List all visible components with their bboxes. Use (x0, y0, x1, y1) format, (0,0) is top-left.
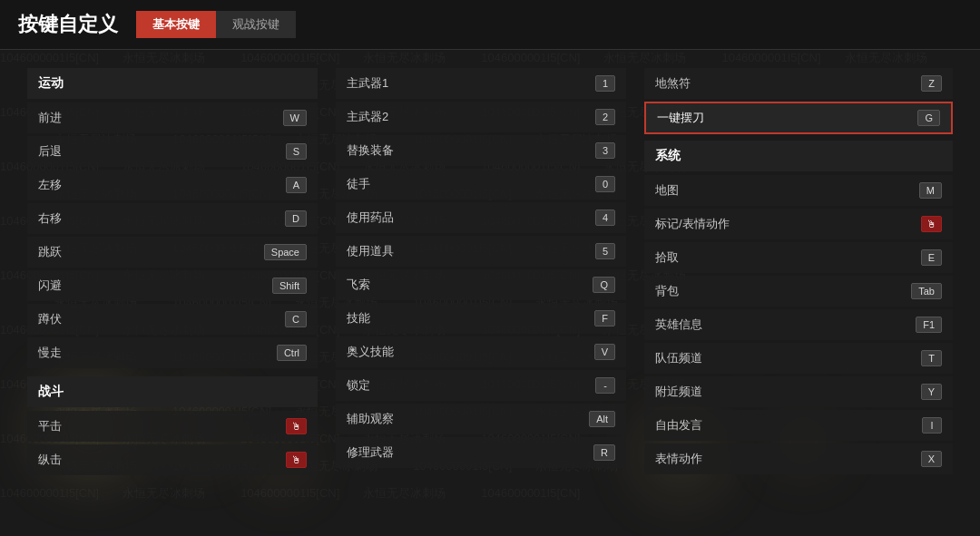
key-row-team-channel[interactable]: 队伍频道 T (644, 343, 953, 374)
section-header-system: 系统 (644, 141, 953, 171)
key-row-quick-knife[interactable]: 一键摆刀 G (644, 102, 953, 134)
key-row-map[interactable]: 地图 M (644, 175, 953, 206)
key-row-skill[interactable]: 技能 F (336, 303, 626, 334)
key-row-heavy-attack[interactable]: 纵击 🖱 (27, 444, 318, 475)
key-row-use-medicine[interactable]: 使用药品 4 (336, 202, 626, 233)
key-row-right[interactable]: 右移 D (27, 203, 318, 234)
key-row-grapple[interactable]: 飞索 Q (336, 269, 626, 300)
key-row-free-speech[interactable]: 自由发言 I (644, 410, 953, 441)
key-row-repair[interactable]: 修理武器 R (336, 437, 626, 468)
key-row-unarmed[interactable]: 徒手 0 (336, 169, 626, 200)
key-row-dodge[interactable]: 闪避 Shift (27, 270, 318, 301)
key-row-lock[interactable]: 锁定 - (336, 370, 626, 401)
key-row-talisman[interactable]: 地煞符 Z (644, 68, 953, 99)
key-row-hero-info[interactable]: 英雄信息 F1 (644, 309, 953, 340)
column-weapons: 主武器1 1 主武器2 2 替换装备 3 徒手 0 使用药品 4 使用道具 5 … (336, 68, 626, 521)
key-row-backpack[interactable]: 背包 Tab (644, 276, 953, 307)
key-row-weapon1[interactable]: 主武器1 1 (336, 68, 626, 99)
tab-observe[interactable]: 观战按键 (216, 11, 296, 38)
section-header-combat: 战斗 (27, 376, 318, 407)
main-content: 运动 前进 W 后退 S 左移 A 右移 D 跳跃 Space 闪避 Shift… (0, 50, 980, 536)
key-row-jump[interactable]: 跳跃 Space (27, 237, 318, 268)
key-row-nearby-channel[interactable]: 附近频道 Y (644, 376, 953, 407)
tab-basic[interactable]: 基本按键 (136, 11, 216, 38)
key-row-mark[interactable]: 标记/表情动作 🖱 (644, 209, 953, 239)
column-movement: 运动 前进 W 后退 S 左移 A 右移 D 跳跃 Space 闪避 Shift… (27, 68, 318, 521)
key-row-crouch[interactable]: 蹲伏 C (27, 304, 318, 335)
tab-bar: 基本按键 观战按键 (136, 11, 296, 38)
column-system: 地煞符 Z 一键摆刀 G 系统 地图 M 标记/表情动作 🖱 拾取 E 背包 T… (644, 68, 953, 521)
page-title: 按键自定义 (18, 11, 118, 38)
key-row-use-item[interactable]: 使用道具 5 (336, 236, 626, 267)
key-row-emote[interactable]: 表情动作 X (644, 443, 953, 474)
key-row-backward[interactable]: 后退 S (27, 136, 318, 167)
header: 按键自定义 基本按键 观战按键 (0, 0, 980, 50)
section-header-movement: 运动 (27, 68, 318, 99)
key-row-left[interactable]: 左移 A (27, 170, 318, 200)
key-row-ultimate[interactable]: 奥义技能 V (336, 336, 626, 367)
key-row-light-attack[interactable]: 平击 🖱 (27, 411, 318, 442)
key-row-forward[interactable]: 前进 W (27, 102, 318, 133)
key-row-weapon2[interactable]: 主武器2 2 (336, 102, 626, 132)
key-row-assist-observe[interactable]: 辅助观察 Alt (336, 404, 626, 434)
key-row-walk[interactable]: 慢走 Ctrl (27, 337, 318, 368)
key-row-pickup[interactable]: 拾取 E (644, 242, 953, 273)
key-row-swap[interactable]: 替换装备 3 (336, 135, 626, 166)
